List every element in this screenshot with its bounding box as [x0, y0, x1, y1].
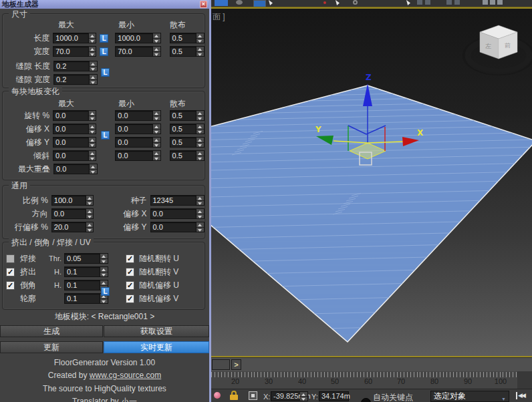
spinner[interactable]	[100, 266, 108, 277]
live-update-button[interactable]: 实时更新	[104, 341, 209, 353]
spinner[interactable]	[153, 110, 161, 121]
extrude-height-input[interactable]: 0.1	[64, 266, 100, 277]
width-min-input[interactable]: 70.0	[115, 46, 152, 57]
spinner[interactable]	[196, 124, 205, 134]
gap-length-input[interactable]: 0.2	[53, 61, 90, 71]
spinner-up-icon[interactable]	[89, 138, 96, 143]
pin-icon[interactable]	[214, 392, 221, 399]
spinner-down-icon[interactable]	[196, 143, 204, 148]
spinner-up-icon[interactable]	[196, 33, 204, 39]
selection-lock-icon[interactable]	[230, 391, 238, 401]
random-offset-u-checkbox[interactable]: ✓	[126, 281, 134, 290]
spinner[interactable]	[153, 124, 161, 134]
bevel-height-input[interactable]: 0.1	[64, 280, 100, 290]
offsety-max-input[interactable]: 0.0	[53, 137, 88, 148]
spinner[interactable]	[196, 46, 205, 57]
floor-plane[interactable]	[211, 85, 532, 342]
direction-input[interactable]: 0.0	[51, 208, 86, 219]
offsetx-max-input[interactable]: 0.0	[53, 124, 88, 134]
selection-filter-dropdown[interactable]: 选定对象 ▼	[430, 391, 509, 402]
spinner-up-icon[interactable]	[89, 151, 96, 156]
time-slider-box[interactable]	[212, 359, 230, 370]
viewport-canvas[interactable]: Z Y X 左 前 面 ]	[211, 9, 532, 356]
random-offset-v-checkbox[interactable]: ✓	[126, 294, 134, 303]
spinner[interactable]	[89, 33, 97, 43]
spinner-down-icon[interactable]	[89, 52, 96, 57]
spinner-down-icon[interactable]	[196, 214, 204, 219]
spinner-up-icon[interactable]	[196, 138, 204, 143]
spinner-down-icon[interactable]	[153, 39, 160, 43]
offsety-spread-input[interactable]: 0.5	[170, 137, 197, 148]
random-flip-u-checkbox[interactable]: ✓	[126, 254, 134, 263]
uv-offsety-input[interactable]: 0.0	[150, 222, 197, 232]
spinner-down-icon[interactable]	[196, 116, 204, 121]
length-max-input[interactable]: 1000.0	[53, 33, 88, 43]
go-to-start-button[interactable]: ◀◀	[516, 392, 525, 399]
spinner-up-icon[interactable]	[196, 222, 204, 228]
weld-threshold-input[interactable]: 0.05	[64, 253, 100, 264]
spinner[interactable]	[90, 74, 98, 85]
link-button[interactable]: L	[101, 287, 110, 296]
spinner[interactable]	[86, 195, 94, 206]
link-button[interactable]: L	[100, 34, 108, 43]
viewport-label[interactable]: 面 ]	[213, 11, 225, 23]
spinner-up-icon[interactable]	[153, 47, 160, 52]
spinner[interactable]	[90, 164, 98, 174]
spinner-up-icon[interactable]	[89, 47, 96, 52]
spinner[interactable]	[196, 195, 205, 206]
outline-input[interactable]: 0.1	[64, 293, 100, 304]
spinner-down-icon[interactable]	[89, 156, 96, 161]
gap-width-input[interactable]: 0.2	[53, 74, 90, 85]
tilt-min-input[interactable]: 0.0	[115, 150, 152, 161]
spinner[interactable]	[196, 208, 205, 219]
set-key-icon[interactable]	[361, 398, 371, 402]
spinner[interactable]	[86, 222, 94, 232]
spinner-down-icon[interactable]	[196, 130, 204, 134]
width-spread-input[interactable]: 0.5	[170, 46, 197, 57]
spinner-up-icon[interactable]	[196, 124, 204, 130]
spinner-up-icon[interactable]	[196, 196, 204, 201]
offsetx-spread-input[interactable]: 0.5	[170, 124, 197, 134]
spinner-up-icon[interactable]	[196, 47, 204, 52]
spinner-up-icon[interactable]	[153, 33, 160, 39]
spinner[interactable]	[196, 110, 205, 121]
spinner-down-icon[interactable]	[90, 170, 97, 174]
spinner-down-icon[interactable]	[90, 67, 97, 71]
cg-source-link[interactable]: www.cg-source.com	[90, 371, 161, 380]
next-frame-button[interactable]: >	[231, 359, 241, 370]
spinner-up-icon[interactable]	[89, 33, 96, 39]
spinner-down-icon[interactable]	[196, 39, 204, 43]
spinner-up-icon[interactable]	[86, 209, 94, 214]
spinner[interactable]	[196, 222, 205, 232]
spinner-down-icon[interactable]	[89, 130, 96, 134]
offsetx-min-input[interactable]: 0.0	[115, 124, 152, 134]
spinner-up-icon[interactable]	[89, 111, 96, 116]
spinner[interactable]	[153, 150, 161, 161]
get-settings-button[interactable]: 获取设置	[104, 325, 209, 337]
spinner-down-icon[interactable]	[153, 52, 160, 57]
spinner[interactable]	[89, 137, 97, 148]
spinner-up-icon[interactable]	[100, 254, 108, 259]
spinner[interactable]	[89, 150, 97, 161]
track-bar[interactable]: 20 30 40 50 60 70 80 90 100	[211, 371, 532, 389]
spinner-up-icon[interactable]	[90, 75, 97, 80]
auto-key-button[interactable]: 自动关键点	[373, 392, 413, 402]
spinner-down-icon[interactable]	[196, 156, 204, 161]
length-spread-input[interactable]: 0.5	[170, 33, 197, 43]
spinner-up-icon[interactable]	[86, 222, 94, 228]
rotation-spread-input[interactable]: 0.5	[170, 110, 197, 121]
spinner-down-icon[interactable]	[89, 116, 96, 121]
rotation-max-input[interactable]: 0.0	[53, 110, 88, 121]
spinner[interactable]	[196, 137, 205, 148]
spinner[interactable]	[300, 391, 308, 401]
spinner-down-icon[interactable]	[196, 201, 204, 206]
scale-input[interactable]: 100.0	[51, 195, 86, 206]
close-icon[interactable]: ×	[200, 1, 207, 8]
spinner-down-icon[interactable]	[100, 299, 108, 304]
viewcube[interactable]: 左 前	[464, 25, 532, 74]
spinner[interactable]	[89, 110, 97, 121]
tilt-max-input[interactable]: 0.0	[53, 150, 88, 161]
spinner-down-icon[interactable]	[86, 228, 94, 232]
bevel-checkbox[interactable]: ✓	[6, 281, 15, 290]
spinner-down-icon[interactable]	[90, 80, 97, 85]
